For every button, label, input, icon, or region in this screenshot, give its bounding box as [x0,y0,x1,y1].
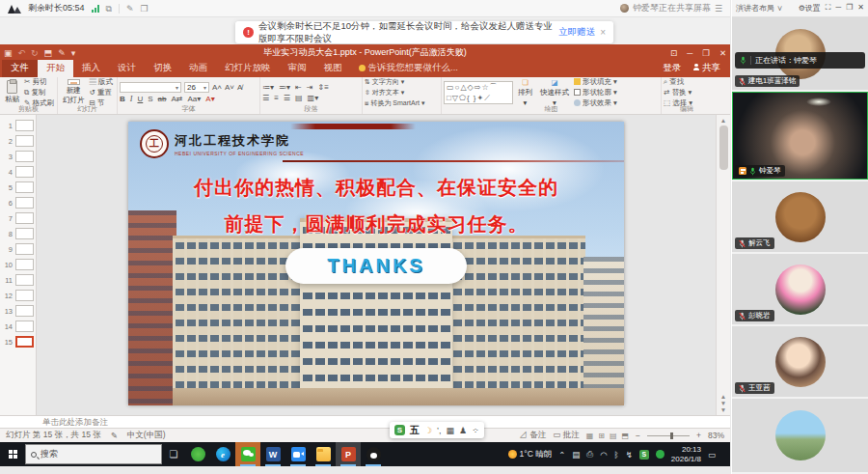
align-text-button[interactable]: ⇳ 对齐文本 ▾ [365,88,424,98]
ribbon-tab-动画[interactable]: 动画 [180,60,216,77]
normal-view-icon[interactable]: ▦ [586,432,594,440]
panel-minimize-icon[interactable]: ─ [835,3,841,14]
soft-keyboard-icon[interactable]: ▦ [447,426,455,435]
previous-slide-icon[interactable]: ▲ [720,393,726,400]
copy-button[interactable]: ⧉ 复制 [24,88,54,98]
ribbon-tab-插入[interactable]: 插入 [73,60,109,77]
start-button[interactable] [0,442,25,466]
slideshow-icon[interactable]: ⬒ [621,432,629,440]
annotation-icon[interactable]: ✎ [126,0,134,17]
task-view-button[interactable]: ❏ [162,442,185,466]
quick-styles-button[interactable]: ◪ 快速样式▾ [537,79,572,105]
vertical-scrollbar[interactable]: ▲ ▲ ▼ ▼ [716,115,730,415]
slide-thumbnail-5[interactable]: 5 [0,180,36,195]
sign-in-button[interactable]: 登录 [663,62,681,74]
taskbar-app-edge[interactable]: e [210,442,235,466]
panel-close-icon[interactable]: ✕ [857,3,864,14]
clear-formatting-icon[interactable]: A̸ [237,83,242,92]
font-name-combo[interactable]: ▾ [120,82,181,93]
undo-icon[interactable]: ↶ [18,48,26,58]
columns-icon[interactable]: ▥▾ [308,94,319,102]
reset-button[interactable]: ↺ 重置 [90,88,114,98]
slide-sorter-icon[interactable]: ⊞ [598,432,605,440]
taskbar-app-qq[interactable] [361,442,386,466]
ribbon-tab-文件[interactable]: 文件 [2,60,38,77]
participant-tile-彭晓岩[interactable]: 彭晓岩 [732,254,868,326]
ribbon-tab-切换[interactable]: 切换 [145,60,180,77]
scroll-down-icon[interactable]: ▼ [720,406,726,413]
find-button[interactable]: ⌕ 查找 [664,77,692,87]
cut-button[interactable]: ✂ 剪切 [24,77,54,87]
ribbon-tab-设计[interactable]: 设计 [109,60,145,77]
paste-button[interactable]: 粘贴 [2,79,22,105]
zoom-slider-thumb[interactable] [670,432,673,439]
clipboard-tray-icon[interactable]: ▤ [572,450,580,460]
character-spacing-icon[interactable]: A⇄ [171,95,182,103]
save-icon[interactable]: ▣ [4,48,13,58]
taskbar-clock[interactable]: 20:13 2026/1/8 [671,445,701,464]
share-button[interactable]: 共享 [692,62,720,74]
ribbon-tab-幻灯片放映[interactable]: 幻灯片放映 [216,60,280,77]
font-color-icon[interactable]: A▾ [205,95,214,103]
shapes-gallery[interactable]: ▭○△◇⇨☆⌒□▽⬠{ }✦⟋ [444,81,513,104]
action-center-icon[interactable]: ▭ [708,450,716,460]
align-right-icon[interactable]: ☰ [284,94,290,102]
tell-me-box[interactable]: 告诉我您想要做什么... [351,60,466,77]
participant-tile-钟爱琴[interactable]: 钟爱琴 [732,92,868,181]
mic-tray-icon[interactable]: ⎙ [586,449,593,460]
shape-fill-button[interactable]: 形状填充 ▾ [574,77,617,87]
zoom-out-icon[interactable]: − [636,431,640,440]
zoom-slider[interactable] [647,435,690,436]
bullets-icon[interactable]: ≔▾ [262,83,274,92]
slide-thumbnail-12[interactable]: 12 [0,288,36,303]
taskbar-search-input[interactable]: 搜索 [25,444,162,464]
ime-toolbox-icon[interactable]: ⁘ [472,426,479,435]
minimize-icon[interactable]: ─ [687,48,692,58]
strikethrough-icon[interactable]: ab [158,95,167,103]
wechat-tray-icon[interactable] [656,450,665,459]
text-direction-button[interactable]: ⇅ 文字方向 ▾ [365,77,424,87]
taskbar-app-wechat[interactable] [235,442,260,466]
numbering-icon[interactable]: ≕▾ [279,83,290,92]
shape-outline-button[interactable]: 形状轮廓 ▾ [574,88,617,98]
network-tray-icon[interactable]: ◠ [600,450,607,460]
reading-view-icon[interactable]: ▤ [610,432,617,440]
night-mode-icon[interactable]: ☽ [424,426,432,435]
sogou-tray-icon[interactable]: S [639,450,649,460]
fullscreen-icon[interactable]: ⛶ [826,3,831,14]
windows-icon[interactable]: ❐ [141,0,149,17]
taskbar-app-360-browser[interactable] [185,442,210,466]
arrange-button[interactable]: ❏ 排列▾ [515,79,535,105]
scroll-up-icon[interactable]: ▲ [720,117,726,124]
spellcheck-icon[interactable]: ✎ [111,431,118,440]
slide-thumbnail-13[interactable]: 13 [0,303,36,319]
taskbar-app-word[interactable]: W [260,442,285,466]
shrink-font-icon[interactable]: A˅ [225,83,234,92]
hidden-icons-chevron[interactable]: ⌃ [558,450,565,460]
slide-thumbnail-1[interactable]: 1 [0,118,36,133]
notes-pane[interactable]: 单击此处添加备注 [0,415,730,428]
slide-thumbnail-2[interactable]: 2 [0,133,36,149]
ribbon-tab-视图[interactable]: 视图 [315,60,351,77]
taskbar-app-tencent-meeting[interactable] [285,442,311,466]
punctuation-icon[interactable]: ’, [437,426,442,435]
close-icon[interactable]: ✕ [719,48,726,58]
align-center-icon[interactable]: ≡ [274,94,279,102]
notes-toggle[interactable]: ⊿ 备注 [519,430,546,441]
settings-button[interactable]: ⚙设置 [799,3,821,14]
line-spacing-icon[interactable]: ⇕≡ [317,83,328,92]
replace-button[interactable]: ⇄ 替换 ▾ [664,88,692,98]
ribbon-tab-审阅[interactable]: 审阅 [280,60,315,77]
slide-thumbnail-14[interactable]: 14 [0,319,36,334]
smartart-button[interactable]: ⧈ 转换为 SmartArt ▾ [365,98,424,108]
sogou-logo-icon[interactable]: S [394,425,405,435]
slide-thumbnail-15[interactable]: 15 [0,334,36,349]
panel-restore-icon[interactable]: ❐ [846,3,853,14]
layout-button[interactable]: ▤ 版式 [90,77,114,87]
layout-switcher[interactable]: 演讲者布局 ∨ [736,3,783,14]
comments-toggle[interactable]: ▭ 批注 [553,430,579,441]
participant-tile-unnamed-5[interactable] [732,399,868,474]
format-painter-qat-icon[interactable]: ✎ [58,48,66,58]
banner-close-icon[interactable]: × [600,27,606,38]
align-left-icon[interactable]: ☰ [262,94,269,102]
